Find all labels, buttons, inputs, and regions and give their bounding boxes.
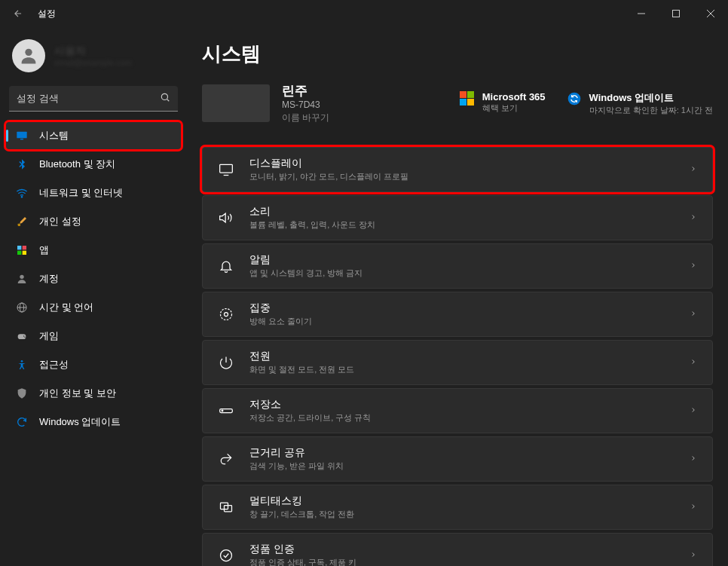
system-header: 린주 MS-7D43 이름 바꾸기 Microsoft 365 혜택 보기 [202, 82, 713, 124]
pc-name: 린주 [282, 82, 329, 99]
bluetooth-icon [15, 158, 29, 171]
setting-item-display[interactable]: 디스플레이 모니터, 밝기, 야간 모드, 디스플레이 프로필 [202, 147, 713, 192]
pc-thumbnail[interactable] [202, 84, 270, 122]
apps-icon [15, 243, 29, 257]
user-name: 사용자 [54, 44, 132, 58]
nav-item-bluetooth[interactable]: Bluetooth 및 장치 [6, 151, 181, 178]
nav-item-game[interactable]: 게임 [6, 323, 181, 350]
svg-point-23 [567, 92, 580, 105]
window-title: 설정 [38, 8, 56, 20]
nav-item-update[interactable]: Windows 업데이트 [6, 408, 181, 436]
close-button[interactable] [693, 0, 728, 27]
setting-sub: 볼륨 레벨, 출력, 입력, 사운드 장치 [249, 219, 690, 231]
multitask-icon [218, 499, 234, 516]
chevron-right-icon [690, 261, 697, 271]
page-title: 시스템 [202, 41, 713, 67]
setting-sub: 앱 및 시스템의 경고, 방해 금지 [249, 268, 690, 279]
nav-label: 시간 및 언어 [39, 301, 93, 314]
svg-point-26 [221, 309, 232, 320]
setting-sub: 검색 기능, 받은 파일 위치 [249, 460, 690, 472]
nav-list: 시스템 Bluetooth 및 장치 네트워크 및 인터넷 개인 설정 앱 계정… [5, 122, 182, 436]
svg-rect-1 [673, 11, 680, 17]
globe-icon [15, 301, 29, 314]
nav-item-brush[interactable]: 개인 설정 [6, 208, 181, 235]
nav-label: 접근성 [39, 358, 69, 372]
setting-title: 근거리 공유 [249, 446, 690, 460]
search-box[interactable] [9, 86, 178, 112]
setting-sub: 화면 및 절전 모드, 전원 모드 [249, 364, 690, 375]
svg-point-29 [222, 410, 223, 411]
user-info: 사용자 email@example.com [54, 44, 132, 67]
svg-rect-13 [17, 251, 21, 255]
maximize-button[interactable] [659, 0, 693, 27]
nav-item-wifi[interactable]: 네트워크 및 인터넷 [6, 179, 181, 207]
nav-label: 네트워크 및 인터넷 [39, 186, 123, 200]
windows-update-card[interactable]: Windows 업데이트 마지막으로 확인한 날짜: 1시간 전 [567, 91, 713, 116]
update-sync-icon [567, 91, 582, 106]
ms365-card[interactable]: Microsoft 365 혜택 보기 [460, 91, 546, 116]
sound-icon [218, 210, 234, 226]
chevron-right-icon [690, 405, 697, 416]
nav-item-shield[interactable]: 개인 정보 및 보안 [6, 380, 181, 407]
window-controls [624, 0, 728, 27]
nav-label: 계정 [39, 272, 59, 286]
setting-title: 소리 [249, 205, 690, 219]
setting-title: 정품 인증 [249, 543, 690, 556]
setting-sub: 저장소 공간, 드라이브, 구성 규칙 [249, 412, 690, 424]
setting-item-share[interactable]: 근거리 공유 검색 기능, 받은 파일 위치 [202, 436, 713, 482]
update-sub: 마지막으로 확인한 날짜: 1시간 전 [589, 105, 713, 116]
setting-item-power[interactable]: 전원 화면 및 절전 모드, 전원 모드 [202, 340, 713, 385]
nav-item-apps[interactable]: 앱 [6, 237, 181, 264]
chevron-right-icon [690, 502, 697, 512]
setting-title: 저장소 [249, 398, 690, 411]
nav-item-monitor[interactable]: 시스템 [6, 122, 181, 149]
setting-item-storage[interactable]: 저장소 저장소 공간, 드라이브, 구성 규칙 [202, 388, 713, 433]
svg-point-32 [221, 550, 232, 561]
pc-model: MS-7D43 [282, 99, 329, 110]
svg-point-15 [20, 275, 23, 279]
share-icon [218, 451, 234, 467]
chevron-right-icon [690, 357, 697, 368]
search-input[interactable] [17, 93, 160, 104]
setting-sub: 창 끌기, 데스크톱, 작업 전환 [249, 509, 690, 520]
ms365-title: Microsoft 365 [482, 91, 546, 102]
ms365-icon [460, 91, 475, 106]
minimize-button[interactable] [624, 0, 659, 27]
nav-label: 게임 [39, 329, 59, 343]
svg-point-5 [161, 93, 167, 99]
sidebar: 사용자 email@example.com 시스템 Bluetooth 및 장치… [0, 27, 187, 566]
setting-item-sound[interactable]: 소리 볼륨 레벨, 출력, 입력, 사운드 장치 [202, 195, 713, 240]
nav-item-accessibility[interactable]: 접근성 [6, 351, 181, 378]
pc-rename-link[interactable]: 이름 바꾸기 [282, 112, 329, 124]
monitor-icon [15, 129, 29, 142]
setting-sub: 방해 요소 줄이기 [249, 316, 690, 327]
svg-rect-19 [18, 334, 26, 339]
shield-icon [15, 387, 29, 400]
titlebar: 설정 [0, 0, 728, 27]
setting-title: 전원 [249, 350, 690, 363]
svg-line-6 [167, 99, 170, 102]
user-section[interactable]: 사용자 email@example.com [5, 35, 182, 86]
activation-icon [218, 547, 234, 564]
setting-item-focus[interactable]: 집중 방해 요소 줄이기 [202, 292, 713, 337]
nav-item-account[interactable]: 계정 [6, 265, 181, 292]
wifi-icon [15, 186, 29, 200]
back-button[interactable] [11, 6, 26, 21]
account-icon [15, 272, 29, 286]
setting-item-multitask[interactable]: 멀티태스킹 창 끌기, 데스크톱, 작업 전환 [202, 485, 713, 530]
main-content: 시스템 린주 MS-7D43 이름 바꾸기 Microsoft 365 혜택 보… [187, 27, 728, 566]
accessibility-icon [15, 358, 29, 372]
setting-title: 집중 [249, 301, 690, 315]
avatar [12, 39, 45, 72]
nav-item-globe[interactable]: 시간 및 언어 [6, 294, 181, 321]
setting-item-bell[interactable]: 알림 앱 및 시스템의 경고, 방해 금지 [202, 243, 713, 289]
chevron-right-icon [690, 550, 697, 561]
search-icon [160, 92, 170, 105]
nav-label: 시스템 [39, 129, 69, 142]
bell-icon [218, 258, 234, 274]
chevron-right-icon [690, 164, 697, 175]
setting-item-activation[interactable]: 정품 인증 정품 인증 상태, 구독, 제품 키 [202, 533, 713, 566]
chevron-right-icon [690, 454, 697, 464]
power-icon [218, 354, 234, 371]
svg-point-22 [21, 360, 23, 363]
